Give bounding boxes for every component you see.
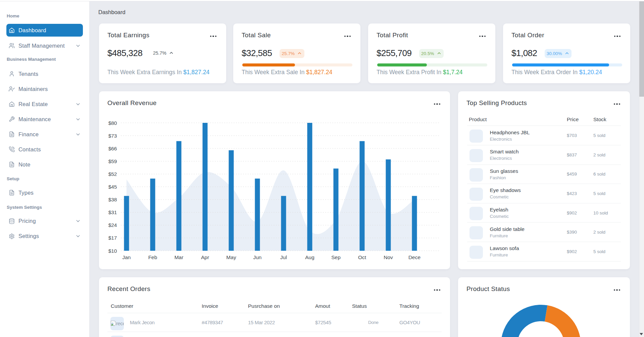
svg-text:Oct: Oct [358,254,366,260]
svg-text:Sep: Sep [331,254,341,260]
svg-text:$80: $80 [108,120,117,126]
svg-text:Jan: Jan [122,254,131,260]
svg-text:Feb: Feb [148,254,157,260]
svg-text:Dece: Dece [408,254,420,260]
svg-text:$17: $17 [108,235,117,241]
svg-text:Jun: Jun [253,254,262,260]
svg-text:$59: $59 [108,158,117,164]
svg-text:$66: $66 [108,146,117,151]
svg-text:$10: $10 [108,248,117,254]
svg-text:$73: $73 [108,133,117,139]
svg-text:$38: $38 [108,197,117,202]
svg-text:Mar: Mar [175,254,184,260]
svg-text:May: May [226,254,236,260]
svg-text:$45: $45 [108,184,117,190]
svg-text:Aug: Aug [305,254,314,260]
svg-text:$52: $52 [108,171,117,177]
svg-text:Jul: Jul [280,254,287,260]
svg-text:$31: $31 [108,209,117,215]
svg-text:Nov: Nov [384,254,393,260]
svg-text:Apr: Apr [201,254,209,260]
svg-text:$24: $24 [108,222,117,228]
